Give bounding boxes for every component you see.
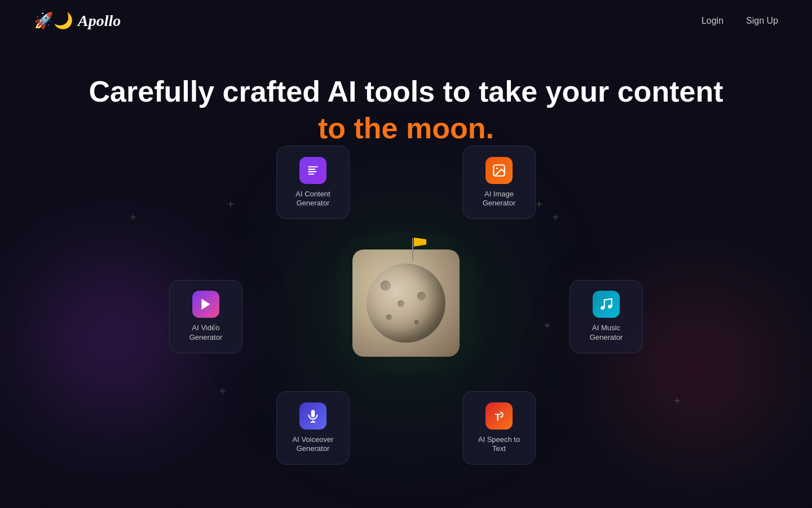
logo-text: Apollo	[78, 12, 121, 30]
plus-decorator-4: +	[536, 198, 542, 211]
svg-point-7	[601, 306, 604, 310]
svg-marker-6	[201, 299, 210, 310]
svg-point-5	[496, 167, 498, 169]
svg-rect-0	[308, 166, 317, 167]
navbar: 🚀🌙 Apollo Login Sign Up	[0, 0, 812, 41]
content-generator-label: AI ContentGenerator	[295, 190, 330, 209]
plus-decorator-7: +	[674, 395, 681, 408]
crater-2	[398, 300, 404, 307]
video-generator-label: AI VideoGenerator	[189, 323, 223, 343]
login-link[interactable]: Login	[701, 16, 723, 26]
voiceover-generator-label: AI VoiceoverGenerator	[293, 435, 334, 454]
logo-rocket-icon: 🚀🌙	[34, 11, 73, 30]
image-generator-icon	[486, 157, 513, 184]
svg-text:T: T	[495, 411, 501, 422]
flag-pole	[412, 238, 413, 261]
content-generator-icon	[299, 157, 326, 184]
signup-link[interactable]: Sign Up	[746, 16, 778, 26]
hero-section: Carefully crafted AI tools to take your …	[0, 41, 812, 145]
tool-card-video-generator[interactable]: AI VideoGenerator	[169, 280, 242, 353]
tool-card-voiceover-generator[interactable]: AI VoiceoverGenerator	[276, 391, 350, 465]
svg-rect-1	[308, 168, 315, 169]
plus-decorator-1: +	[227, 198, 234, 211]
tools-container: AI ContentGenerator AI ImageGenerator AI…	[0, 139, 812, 467]
plus-decorator-0: +	[130, 211, 136, 224]
speech-to-text-icon: T	[486, 402, 513, 430]
plus-decorator-6: +	[544, 319, 551, 332]
tool-card-image-generator[interactable]: AI ImageGenerator	[462, 146, 536, 219]
moon-center-image	[352, 249, 460, 357]
hero-title-line1: Carefully crafted AI tools to take your …	[0, 75, 812, 109]
speech-to-text-label: AI Speech toText	[478, 435, 520, 454]
nav-links: Login Sign Up	[701, 16, 778, 26]
voiceover-generator-icon	[299, 402, 326, 430]
tool-card-speech-to-text[interactable]: T AI Speech toText	[462, 391, 536, 465]
logo[interactable]: 🚀🌙 Apollo	[34, 11, 121, 30]
music-generator-icon	[593, 291, 620, 318]
crater-3	[386, 314, 392, 320]
svg-rect-3	[308, 173, 314, 174]
crater-1	[381, 281, 391, 291]
crater-4	[417, 292, 426, 300]
music-generator-label: AI MusicGenerator	[590, 323, 623, 343]
video-generator-icon	[192, 291, 219, 318]
svg-point-8	[608, 305, 612, 309]
svg-rect-9	[311, 410, 315, 417]
tool-card-content-generator[interactable]: AI ContentGenerator	[276, 146, 350, 219]
crater-5	[414, 320, 419, 325]
moon-sphere	[367, 264, 445, 343]
flag-banner	[414, 238, 426, 247]
image-generator-label: AI ImageGenerator	[483, 190, 516, 209]
plus-decorator-3: +	[219, 385, 226, 398]
svg-rect-2	[308, 171, 316, 172]
plus-decorator-5: +	[552, 211, 559, 224]
tool-card-music-generator[interactable]: AI MusicGenerator	[570, 280, 643, 353]
